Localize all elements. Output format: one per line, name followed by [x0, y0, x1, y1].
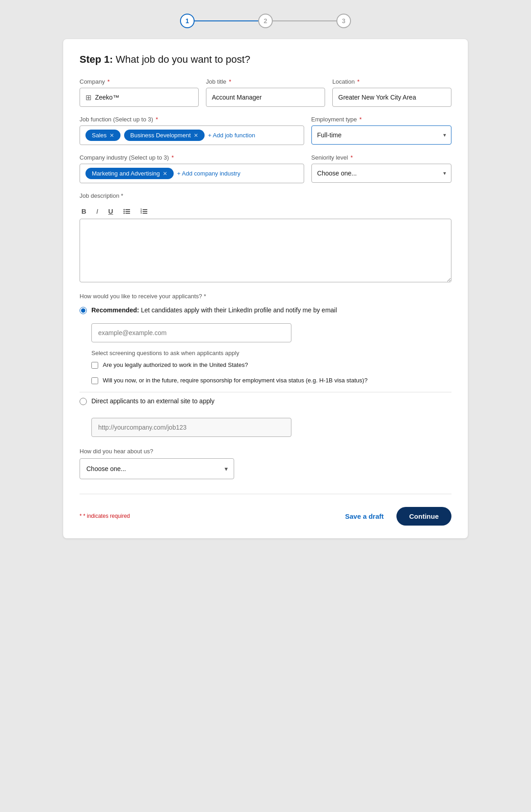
main-card: Step 1: What job do you want to post? Co…: [63, 39, 468, 538]
applicants-required: *: [204, 293, 206, 300]
company-required: *: [107, 78, 110, 85]
company-input-wrapper[interactable]: ⊞: [80, 88, 199, 107]
footer-actions: Save a draft Continue: [338, 507, 451, 526]
external-radio-label: Direct applicants to an external site to…: [91, 397, 215, 406]
tag-marketing[interactable]: Marketing and Advertising ✕: [85, 168, 174, 179]
step-3-circle: 3: [336, 14, 351, 28]
external-option-row: Direct applicants to an external site to…: [80, 397, 451, 409]
step-1-circle: 1: [180, 14, 195, 28]
screening-q1-checkbox[interactable]: [91, 362, 98, 369]
applicants-section: How would you like to receive your appli…: [80, 293, 451, 437]
bullet-list-icon: [123, 208, 130, 215]
building-icon: ⊞: [85, 93, 91, 102]
location-required: *: [357, 78, 360, 85]
bullet-list-button[interactable]: [121, 206, 132, 216]
job-title-label: Job title *: [206, 78, 325, 85]
recommended-radio[interactable]: [80, 307, 87, 314]
underline-button[interactable]: U: [106, 206, 115, 216]
italic-button[interactable]: I: [95, 206, 100, 216]
step-2-circle: 2: [258, 14, 273, 28]
applicant-email-input[interactable]: [91, 323, 291, 342]
seniority-select[interactable]: Choose one... Internship Entry level Ass…: [311, 164, 451, 183]
step-line-1: [195, 20, 258, 21]
svg-rect-7: [143, 209, 147, 210]
job-function-group: Job function (Select up to 3) * Sales ✕ …: [80, 116, 304, 145]
seniority-level-group: Seniority level * Choose one... Internsh…: [311, 154, 451, 183]
svg-rect-11: [143, 213, 147, 214]
company-group: Company * ⊞: [80, 78, 199, 107]
svg-rect-5: [125, 213, 130, 214]
screening-q2-label: Will you now, or in the future, require …: [103, 376, 367, 385]
required-note: * * indicates required: [80, 513, 130, 519]
function-employment-row: Job function (Select up to 3) * Sales ✕ …: [80, 116, 451, 145]
tag-business-development[interactable]: Business Development ✕: [124, 130, 205, 141]
page-title: Step 1: What job do you want to post?: [80, 54, 451, 65]
screening-q1-label: Are you legally authorized to work in th…: [103, 361, 248, 369]
seniority-select-wrapper: Choose one... Internship Entry level Ass…: [311, 164, 451, 183]
industry-seniority-row: Company industry (Select up to 3) * Mark…: [80, 154, 451, 183]
job-title-required: *: [229, 78, 231, 85]
job-description-textarea[interactable]: [80, 219, 451, 282]
hear-select-wrapper: Choose one... LinkedIn Email Google Sear…: [80, 458, 234, 479]
svg-point-0: [123, 209, 125, 210]
company-industry-tags-area[interactable]: Marketing and Advertising ✕ + Add compan…: [80, 164, 304, 183]
footer-divider: [80, 494, 451, 494]
hear-about-us-select[interactable]: Choose one... LinkedIn Email Google Sear…: [80, 458, 234, 479]
job-function-required: *: [156, 116, 158, 123]
job-description-label: Job description *: [80, 192, 451, 199]
add-industry-link[interactable]: + Add company industry: [177, 170, 240, 177]
svg-rect-1: [125, 209, 130, 210]
job-description-section: Job description * B I U 1.2.3.: [80, 192, 451, 284]
location-label: Location *: [332, 78, 451, 85]
add-job-function-link[interactable]: + Add job function: [208, 132, 255, 139]
description-toolbar: B I U 1.2.3.: [80, 203, 451, 219]
divider: [80, 392, 451, 392]
screening-question-1-row: Are you legally authorized to work in th…: [91, 361, 451, 372]
remove-sales-icon[interactable]: ✕: [110, 132, 114, 139]
employment-type-select[interactable]: Full-time Part-time Contract Temporary I…: [311, 125, 451, 145]
company-input[interactable]: [95, 94, 193, 101]
svg-text:3.: 3.: [140, 211, 143, 214]
location-group: Location *: [332, 78, 451, 107]
seniority-level-required: *: [351, 154, 353, 161]
card-footer: * * indicates required Save a draft Cont…: [80, 505, 451, 526]
employment-type-label: Employment type *: [311, 116, 451, 123]
recommended-option-row: Recommended: Let candidates apply with t…: [80, 306, 451, 318]
continue-button[interactable]: Continue: [396, 507, 451, 526]
screening-q2-checkbox[interactable]: [91, 377, 98, 384]
svg-rect-3: [125, 211, 130, 212]
job-description-required: *: [121, 192, 123, 199]
numbered-list-icon: 1.2.3.: [140, 208, 148, 215]
external-radio[interactable]: [80, 398, 87, 405]
remove-bizdev-icon[interactable]: ✕: [194, 132, 198, 139]
basic-info-row: Company * ⊞ Job title * Location *: [80, 78, 451, 107]
employment-type-required: *: [360, 116, 362, 123]
job-title-group: Job title *: [206, 78, 325, 107]
job-title-input[interactable]: [206, 88, 325, 107]
applicants-label: How would you like to receive your appli…: [80, 293, 451, 300]
screening-label: Select screening questions to ask when a…: [91, 350, 451, 356]
employment-type-group: Employment type * Full-time Part-time Co…: [311, 116, 451, 145]
tag-sales[interactable]: Sales ✕: [85, 130, 120, 141]
svg-rect-9: [143, 211, 147, 212]
save-draft-button[interactable]: Save a draft: [338, 508, 391, 525]
svg-point-4: [123, 212, 125, 214]
location-input[interactable]: [332, 88, 451, 107]
numbered-list-button[interactable]: 1.2.3.: [139, 206, 150, 216]
job-function-tags-area[interactable]: Sales ✕ Business Development ✕ + Add job…: [80, 125, 304, 145]
employment-type-select-wrapper: Full-time Part-time Contract Temporary I…: [311, 125, 451, 145]
seniority-level-label: Seniority level *: [311, 154, 451, 161]
company-industry-required: *: [171, 154, 174, 161]
recommended-radio-label: Recommended: Let candidates apply with t…: [91, 306, 337, 315]
bold-button[interactable]: B: [80, 206, 88, 216]
svg-point-2: [123, 211, 125, 212]
progress-bar: 1 2 3: [9, 14, 522, 28]
company-industry-label: Company industry (Select up to 3) *: [80, 154, 304, 161]
company-label: Company *: [80, 78, 199, 85]
hear-about-us-section: How did you hear about us? Choose one...…: [80, 448, 451, 479]
remove-marketing-icon[interactable]: ✕: [163, 170, 167, 177]
screening-question-2-row: Will you now, or in the future, require …: [91, 376, 451, 387]
job-function-label: Job function (Select up to 3) *: [80, 116, 304, 123]
company-industry-group: Company industry (Select up to 3) * Mark…: [80, 154, 304, 183]
external-url-input[interactable]: [91, 418, 291, 437]
